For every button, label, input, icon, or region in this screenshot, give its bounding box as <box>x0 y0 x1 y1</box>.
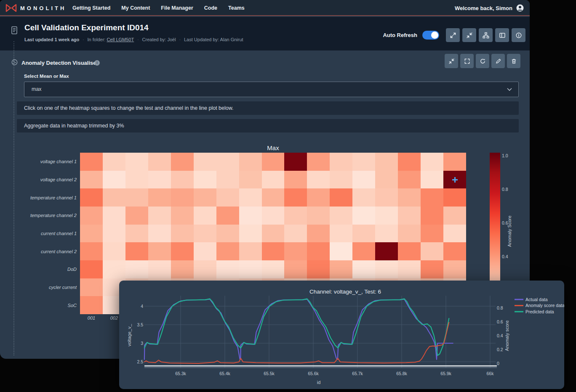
nav-item-file-manager[interactable]: File Manager <box>161 5 193 11</box>
collapse-widget-button[interactable] <box>445 54 458 68</box>
heatmap-cell[interactable] <box>330 188 352 207</box>
heatmap-cell[interactable] <box>307 171 330 189</box>
heatmap-cell[interactable] <box>148 225 171 243</box>
heatmap-cell[interactable] <box>171 207 194 225</box>
heatmap-cell[interactable] <box>421 153 443 171</box>
heatmap-cell[interactable] <box>80 171 103 189</box>
heatmap-cell[interactable] <box>103 153 125 171</box>
heatmap-cell[interactable] <box>307 153 330 171</box>
heatmap-cell[interactable] <box>103 207 125 225</box>
heatmap-cell[interactable] <box>330 225 352 243</box>
heatmap-cell[interactable] <box>148 171 171 189</box>
heatmap-cell[interactable] <box>216 153 239 171</box>
heatmap-cell[interactable] <box>398 153 421 171</box>
legend-label[interactable]: Anomaly score data <box>525 303 564 308</box>
delete-widget-button[interactable] <box>507 54 520 68</box>
heatmap-cell[interactable] <box>239 225 262 243</box>
heatmap-cell[interactable] <box>330 260 352 278</box>
heatmap-cell[interactable] <box>171 188 194 207</box>
heatmap-cell[interactable] <box>171 242 194 260</box>
heatmap-cell[interactable] <box>194 188 216 207</box>
heatmap-cell[interactable] <box>307 260 330 278</box>
heatmap-cell[interactable] <box>194 171 216 189</box>
heatmap-cell[interactable] <box>375 153 398 171</box>
heatmap-cell[interactable] <box>284 260 307 278</box>
heatmap-cell[interactable] <box>239 242 262 260</box>
collapse-button[interactable] <box>462 28 476 42</box>
nav-item-code[interactable]: Code <box>204 5 217 11</box>
heatmap-cell[interactable] <box>103 242 125 260</box>
legend-label[interactable]: Predicted data <box>525 309 554 314</box>
heatmap-cell[interactable] <box>352 188 375 207</box>
heatmap-cell[interactable] <box>352 260 375 278</box>
heatmap-cell[interactable] <box>103 260 125 278</box>
heatmap-cell[interactable] <box>421 171 443 189</box>
heatmap-cell[interactable] <box>148 260 171 278</box>
legend-label[interactable]: Actual data <box>525 297 548 302</box>
heatmap-cell[interactable] <box>284 188 307 207</box>
heatmap-cell[interactable] <box>284 153 307 171</box>
heatmap-cell[interactable] <box>239 207 262 225</box>
heatmap-cell[interactable] <box>443 188 466 207</box>
heatmap-cell[interactable] <box>239 153 262 171</box>
nav-item-getting-started[interactable]: Getting Started <box>72 5 110 11</box>
heatmap-cell[interactable] <box>330 153 352 171</box>
heatmap-cell[interactable] <box>103 188 125 207</box>
heatmap-cell[interactable] <box>80 278 103 297</box>
heatmap-cell[interactable] <box>80 153 103 171</box>
heatmap-cell[interactable] <box>103 225 125 243</box>
heatmap-cell[interactable] <box>421 188 443 207</box>
hierarchy-button[interactable] <box>479 28 493 42</box>
heatmap-cell[interactable] <box>80 225 103 243</box>
heatmap-cell[interactable] <box>80 207 103 225</box>
heatmap-cell[interactable] <box>375 260 398 278</box>
heatmap-cell[interactable] <box>398 225 421 243</box>
heatmap-cell[interactable] <box>216 171 239 189</box>
heatmap-cell[interactable] <box>421 207 443 225</box>
heatmap-cell[interactable] <box>125 153 148 171</box>
heatmap-cell[interactable] <box>262 207 285 225</box>
heatmap-cell[interactable] <box>148 153 171 171</box>
heatmap-cell[interactable] <box>125 188 148 207</box>
info-button[interactable] <box>512 28 525 42</box>
heatmap-cell[interactable] <box>125 171 148 189</box>
heatmap-cell[interactable] <box>352 171 375 189</box>
heatmap-cell[interactable] <box>239 188 262 207</box>
fullscreen-widget-button[interactable] <box>460 54 474 68</box>
heatmap-cell[interactable] <box>375 242 398 260</box>
heatmap-cell[interactable] <box>194 242 216 260</box>
heatmap-cell[interactable] <box>284 242 307 260</box>
heatmap-cell[interactable] <box>398 188 421 207</box>
user-avatar-icon[interactable] <box>516 4 524 12</box>
heatmap-cell[interactable] <box>284 207 307 225</box>
expand-button[interactable] <box>446 28 460 42</box>
heatmap-cell[interactable] <box>398 242 421 260</box>
heatmap-cell[interactable] <box>103 171 125 189</box>
nav-item-teams[interactable]: Teams <box>228 5 245 11</box>
heatmap-cell[interactable] <box>239 171 262 189</box>
heatmap-cell[interactable] <box>307 242 330 260</box>
heatmap-cell[interactable] <box>421 242 443 260</box>
heatmap-cell[interactable] <box>262 171 285 189</box>
heatmap-cell[interactable] <box>216 188 239 207</box>
heatmap-cell[interactable] <box>443 242 466 260</box>
heatmap-cell[interactable] <box>443 225 466 243</box>
folder-link[interactable]: Cell LGM50T <box>107 37 134 42</box>
heatmap-cell[interactable] <box>148 188 171 207</box>
heatmap-cell[interactable] <box>307 225 330 243</box>
heatmap-cell[interactable] <box>194 153 216 171</box>
heatmap-cell[interactable] <box>171 171 194 189</box>
heatmap-cell[interactable] <box>352 242 375 260</box>
heatmap-cell[interactable] <box>398 207 421 225</box>
panel-view-button[interactable] <box>495 28 509 42</box>
heatmap-cell[interactable] <box>398 171 421 189</box>
heatmap-cell[interactable] <box>443 207 466 225</box>
heatmap-cell[interactable] <box>171 153 194 171</box>
heatmap-cell[interactable] <box>239 260 262 278</box>
heatmap-cell[interactable] <box>352 153 375 171</box>
heatmap-cell[interactable] <box>194 225 216 243</box>
heatmap-cell[interactable] <box>262 188 285 207</box>
heatmap-cell[interactable] <box>375 207 398 225</box>
heatmap-cell[interactable] <box>262 225 285 243</box>
refresh-widget-button[interactable] <box>476 54 489 68</box>
